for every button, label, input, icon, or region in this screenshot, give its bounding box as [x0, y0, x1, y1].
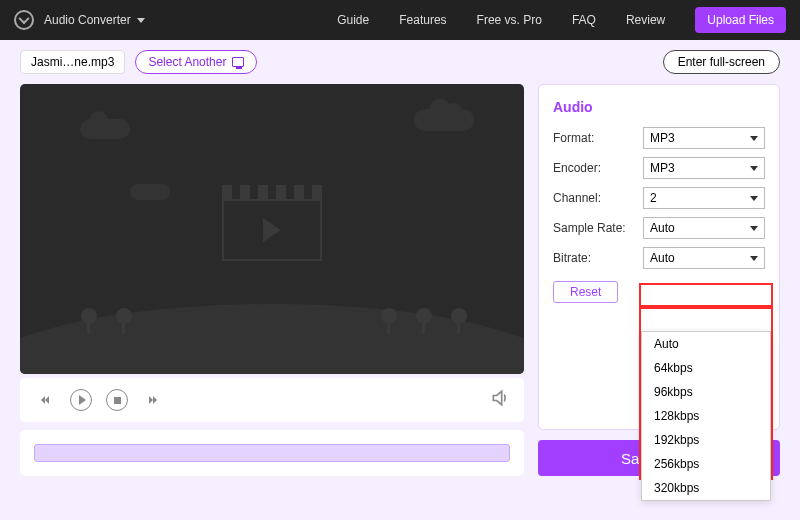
bitrate-dropdown: Auto 64kbps 96kbps 128kbps 192kbps 256kb… [641, 331, 771, 501]
monitor-icon [232, 57, 244, 67]
samplerate-value: Auto [650, 221, 675, 235]
encoder-label: Encoder: [553, 161, 643, 175]
audio-settings-panel: Audio Format: MP3 Encoder: MP3 Channel: … [538, 84, 780, 430]
playback-controls [20, 378, 524, 422]
timeline-track[interactable] [34, 444, 510, 462]
channel-value: 2 [650, 191, 657, 205]
tree-decor-icon [450, 308, 468, 334]
bitrate-option-128[interactable]: 128kbps [642, 404, 770, 428]
top-nav: Guide Features Free vs. Pro FAQ Review [337, 13, 665, 27]
channel-select[interactable]: 2 [643, 187, 765, 209]
stop-button[interactable] [106, 389, 128, 411]
bitrate-option-192[interactable]: 192kbps [642, 428, 770, 452]
enter-fullscreen-button[interactable]: Enter full-screen [663, 50, 780, 74]
panel-title: Audio [553, 99, 765, 115]
chevron-down-icon [750, 136, 758, 141]
tree-decor-icon [415, 308, 433, 334]
bitrate-select[interactable]: Auto [643, 247, 765, 269]
highlight-annotation [639, 283, 773, 307]
app-title-text: Audio Converter [44, 13, 131, 27]
file-subbar: Jasmi…ne.mp3 Select Another Enter full-s… [0, 40, 800, 84]
play-button[interactable] [70, 389, 92, 411]
chevron-down-icon [750, 256, 758, 261]
bitrate-option-auto[interactable]: Auto [642, 332, 770, 356]
media-preview[interactable] [20, 84, 524, 374]
reset-button[interactable]: Reset [553, 281, 618, 303]
rewind-button[interactable] [34, 389, 56, 411]
nav-review[interactable]: Review [626, 13, 665, 27]
timeline-panel [20, 430, 524, 476]
samplerate-label: Sample Rate: [553, 221, 643, 235]
bitrate-option-256[interactable]: 256kbps [642, 452, 770, 476]
nav-free-vs-pro[interactable]: Free vs. Pro [477, 13, 542, 27]
app-logo-icon [14, 10, 34, 30]
nav-guide[interactable]: Guide [337, 13, 369, 27]
cloud-decor-icon [80, 119, 130, 139]
app-title-dropdown[interactable]: Audio Converter [44, 13, 145, 27]
tree-decor-icon [80, 308, 98, 334]
encoder-select[interactable]: MP3 [643, 157, 765, 179]
chevron-down-icon [750, 196, 758, 201]
channel-label: Channel: [553, 191, 643, 205]
format-select[interactable]: MP3 [643, 127, 765, 149]
bitrate-option-64[interactable]: 64kbps [642, 356, 770, 380]
format-value: MP3 [650, 131, 675, 145]
forward-button[interactable] [142, 389, 164, 411]
samplerate-select[interactable]: Auto [643, 217, 765, 239]
cloud-decor-icon [414, 109, 474, 131]
chevron-down-icon [750, 226, 758, 231]
bitrate-option-320[interactable]: 320kbps [642, 476, 770, 500]
chevron-down-icon [137, 18, 145, 23]
bitrate-label: Bitrate: [553, 251, 643, 265]
tree-decor-icon [115, 308, 133, 334]
nav-features[interactable]: Features [399, 13, 446, 27]
volume-button[interactable] [490, 388, 510, 412]
upload-files-button[interactable]: Upload Files [695, 7, 786, 33]
bitrate-value: Auto [650, 251, 675, 265]
bitrate-option-96[interactable]: 96kbps [642, 380, 770, 404]
clapperboard-icon [222, 185, 322, 265]
nav-faq[interactable]: FAQ [572, 13, 596, 27]
chevron-down-icon [750, 166, 758, 171]
app-header: Audio Converter Guide Features Free vs. … [0, 0, 800, 40]
cloud-decor-icon [130, 184, 170, 200]
current-file-chip[interactable]: Jasmi…ne.mp3 [20, 50, 125, 74]
encoder-value: MP3 [650, 161, 675, 175]
select-another-button[interactable]: Select Another [135, 50, 257, 74]
tree-decor-icon [380, 308, 398, 334]
format-label: Format: [553, 131, 643, 145]
select-another-label: Select Another [148, 55, 226, 69]
